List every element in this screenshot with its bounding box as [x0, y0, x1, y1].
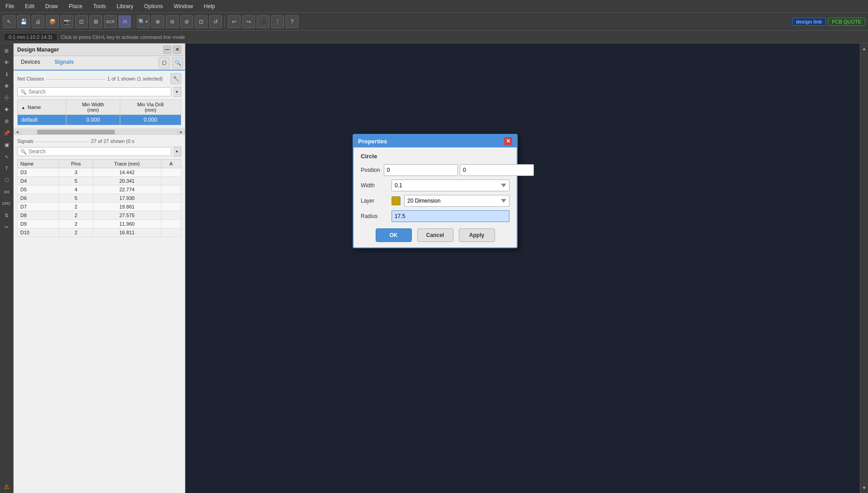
lt-settings[interactable]: ⚙	[1, 116, 12, 127]
dialog-close-button[interactable]: ✕	[504, 137, 512, 145]
lt-text[interactable]: T	[1, 163, 12, 174]
toolbar-scr[interactable]: SCR	[104, 15, 117, 28]
lt-scissors[interactable]: ✂	[1, 222, 12, 232]
layer-select[interactable]: 20 Dimension	[404, 195, 509, 207]
nc-settings-btn[interactable]: 🔧	[170, 73, 181, 84]
nc-cell-name: default	[18, 115, 66, 125]
menu-help[interactable]: Help	[202, 2, 217, 10]
toolbar-component[interactable]: 📦	[46, 15, 59, 28]
menu-place[interactable]: Place	[67, 2, 84, 10]
toolbar-js[interactable]: JS	[118, 15, 131, 28]
toolbar-more[interactable]: ⋮	[271, 15, 284, 28]
toolbar-undo[interactable]: ↩	[228, 15, 241, 28]
dm-tab-action1[interactable]: ⬡	[159, 57, 170, 68]
menu-options[interactable]: Options	[142, 2, 165, 10]
width-select[interactable]: 0.1	[392, 180, 509, 191]
menu-draw[interactable]: Draw	[43, 2, 60, 10]
lt-info[interactable]: ℹ	[1, 69, 12, 80]
toolbar-help[interactable]: ?	[286, 15, 298, 28]
toolbar-stop[interactable]: ⬛	[257, 15, 269, 28]
lt-route[interactable]: ∿	[1, 151, 12, 162]
toolbar-zoom-out[interactable]: ⊖	[166, 15, 179, 28]
lt-pin[interactable]: 📌	[1, 128, 12, 138]
sig-col-a: A	[161, 160, 181, 168]
layer-color-box	[392, 196, 401, 205]
position-row: Position	[361, 164, 509, 176]
nc-search-input[interactable]	[28, 89, 168, 95]
sig-cell-name: D8	[18, 211, 59, 220]
apply-button[interactable]: Apply	[459, 228, 495, 242]
signals-count: 27 of 27 shown (0 s	[91, 138, 134, 144]
signals-table-row[interactable]: D3 3 14.442	[18, 168, 181, 177]
nc-table-row[interactable]: default 0.000 0.000	[18, 115, 181, 125]
toolbar-fit[interactable]: ⊡	[195, 15, 208, 28]
tab-signals[interactable]: Signals	[47, 56, 81, 71]
toolbar-pcb[interactable]: ⊡	[75, 15, 88, 28]
menu-library[interactable]: Library	[115, 2, 135, 10]
menu-window[interactable]: Window	[172, 2, 195, 10]
lt-plus[interactable]: ➕	[1, 92, 12, 103]
signals-table-row[interactable]: D5 4 22.774	[18, 185, 181, 194]
signals-table-row[interactable]: D10 2 16.811	[18, 228, 181, 237]
signals-table-row[interactable]: D9 2 11.960	[18, 220, 181, 228]
nc-search-dropdown[interactable]: ▾	[173, 87, 181, 97]
nc-col-name: ▲ Name	[18, 100, 66, 115]
toolbar-redo[interactable]: ↪	[242, 15, 255, 28]
signals-table-row[interactable]: D8 2 27.575	[18, 211, 181, 220]
lt-polygon[interactable]: ⬡	[1, 175, 12, 185]
sig-cell-name: D10	[18, 228, 59, 237]
close-icon: ✕	[506, 138, 510, 144]
sig-cell-a	[161, 203, 181, 211]
toolbar-pcb-quote[interactable]: PCB QUOTE	[828, 18, 865, 26]
lt-drc[interactable]: DRC	[1, 198, 12, 209]
dm-minimize[interactable]: —	[163, 46, 171, 54]
dm-close[interactable]: ✕	[173, 46, 181, 54]
nc-cell-min-via: 0.000	[120, 115, 181, 125]
lt-cross[interactable]: ✚	[1, 104, 12, 115]
toolbar-cursor[interactable]: ↖	[3, 15, 15, 28]
cancel-button[interactable]: Cancel	[417, 228, 453, 242]
toolbar-save[interactable]: 💾	[17, 15, 30, 28]
position-y-input[interactable]	[460, 164, 534, 176]
toolbar-print[interactable]: 🖨	[32, 15, 44, 28]
toolbar-zoom-out2[interactable]: ⊘	[180, 15, 193, 28]
nc-scroll-left[interactable]: ◄	[14, 129, 21, 135]
dm-tab-action2[interactable]: 🔍	[172, 57, 183, 68]
lt-grid[interactable]: ⊞	[1, 45, 12, 56]
nc-scrollbar[interactable]	[21, 129, 178, 135]
ok-button[interactable]: OK	[376, 228, 412, 242]
rt-top[interactable]: ▲	[861, 45, 868, 52]
tab-devices[interactable]: Devices	[14, 56, 47, 71]
sig-search-dropdown[interactable]: ▾	[173, 147, 181, 156]
main-toolbar: ↖ 💾 🖨 📦 📷 ⊡ ⊞ SCR JS 🔍+ ⊕ ⊖ ⊘ ⊡ ↺ ↩ ↪ ⬛ …	[0, 13, 868, 31]
lt-autoroute[interactable]: ⇅	[1, 210, 12, 221]
menu-tools[interactable]: Tools	[91, 2, 108, 10]
menu-file[interactable]: File	[4, 2, 16, 10]
toolbar-zoom-in[interactable]: 🔍+	[137, 15, 150, 28]
canvas-area[interactable]: 101 +	[185, 43, 860, 493]
toolbar-sep2	[225, 16, 225, 27]
signals-table-row[interactable]: D6 5 17.930	[18, 194, 181, 203]
position-x-input[interactable]	[384, 164, 458, 176]
lt-component[interactable]: ▣	[1, 139, 12, 150]
nc-scroll-right[interactable]: ►	[178, 129, 185, 135]
nc-scroll-row: ◄ ►	[14, 128, 185, 136]
signals-table-row[interactable]: D7 2 19.861	[18, 203, 181, 211]
rt-bottom[interactable]: ▼	[861, 484, 868, 491]
design-manager-titlebar: Design Manager — ✕	[14, 43, 185, 56]
sig-cell-pins: 2	[59, 203, 93, 211]
sig-search-input[interactable]	[28, 148, 168, 155]
lt-move[interactable]: ✥	[1, 81, 12, 91]
nc-search-icon: 🔍	[20, 89, 27, 95]
lt-layers[interactable]: ≡≡	[1, 186, 12, 197]
radius-input[interactable]	[392, 210, 509, 222]
signals-table-row[interactable]: D4 5 20.341	[18, 177, 181, 185]
toolbar-zoom-in2[interactable]: ⊕	[151, 15, 164, 28]
nc-col-name-label: Name	[28, 104, 41, 110]
menu-edit[interactable]: Edit	[23, 2, 36, 10]
toolbar-refresh[interactable]: ↺	[209, 15, 222, 28]
toolbar-photo[interactable]: 📷	[61, 15, 73, 28]
lt-eye[interactable]: 👁	[1, 57, 12, 68]
toolbar-table[interactable]: ⊞	[90, 15, 102, 28]
toolbar-design-link[interactable]: design link	[792, 18, 826, 26]
